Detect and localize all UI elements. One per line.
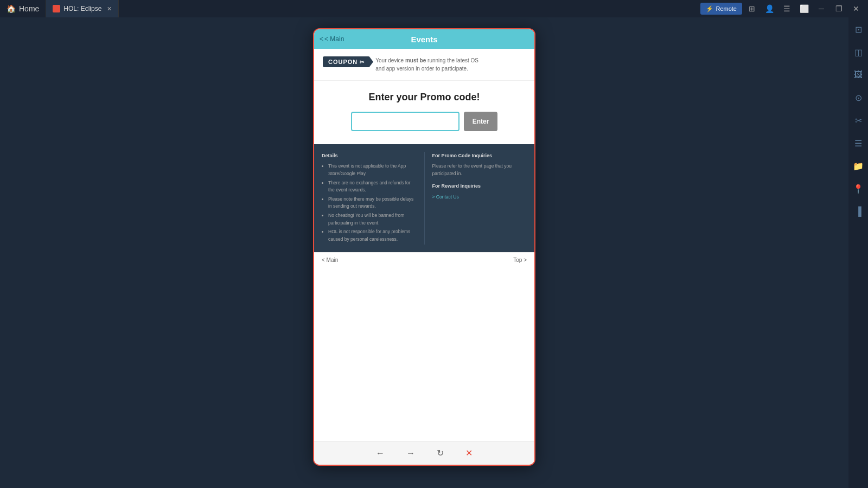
promo-title: Enter your Promo code! <box>323 92 526 103</box>
sidebar-location-icon[interactable]: 📍 <box>852 182 865 195</box>
reward-inquiries-section: For Reward Inquiries > Contact Us <box>432 182 527 201</box>
details-item-5: HOL is not responsible for any problems … <box>328 228 417 243</box>
details-left-col: Details This event is not applicable to … <box>314 152 425 245</box>
coupon-info-line1: Your device must be running the latest O… <box>375 57 478 63</box>
taskbar-right: ⚡ Remote ⊞ 👤 ☰ ⬜ ─ ❐ ✕ <box>700 3 868 15</box>
details-right-col: For Promo Code Inquiries Please refer to… <box>425 152 535 245</box>
remote-icon: ⚡ <box>706 5 713 12</box>
sidebar-screen2-icon[interactable]: ◫ <box>852 46 865 59</box>
promo-enter-button[interactable]: Enter <box>464 112 498 131</box>
details-item-2: There are no exchanges and refunds for t… <box>328 179 417 194</box>
coupon-info: Your device must be running the latest O… <box>375 56 478 73</box>
taskbar-user-icon[interactable]: 👤 <box>762 3 777 15</box>
tab-close-icon[interactable]: ✕ <box>107 5 112 12</box>
coupon-section: COUPON ✂ Your device must be running the… <box>314 49 534 81</box>
nav-top-link[interactable]: Top > <box>513 257 527 263</box>
taskbar-grid-icon[interactable]: ⊞ <box>744 3 760 15</box>
promo-inquiries-title: For Promo Code Inquiries <box>432 152 527 159</box>
promo-inquiries-text: Please refer to the event page that you … <box>432 163 527 177</box>
events-back-link[interactable]: < < Main <box>320 35 344 43</box>
right-sidebar: ⊡ ◫ 🖼 ⊙ ✂ ☰ 📁 📍 ▐ <box>848 17 868 488</box>
events-title: Events <box>411 35 437 44</box>
promo-code-input[interactable] <box>351 112 459 131</box>
details-item-3: Please note there may be possible delays… <box>328 196 417 210</box>
promo-input-row: Enter <box>323 112 526 131</box>
taskbar-resize-icon[interactable]: ❐ <box>831 3 846 15</box>
sidebar-record-icon[interactable]: ⊙ <box>852 91 865 104</box>
sidebar-file-icon[interactable]: 📁 <box>852 159 865 172</box>
browser-refresh-button[interactable]: ↻ <box>437 448 444 458</box>
promo-section: Enter your Promo code! Enter <box>314 81 534 144</box>
tab-label: HOL: Eclipse <box>63 5 101 12</box>
sidebar-sidebar-icon[interactable]: ▐ <box>852 205 865 218</box>
remote-label: Remote <box>716 5 737 12</box>
tab-icon <box>53 5 60 12</box>
nav-links: < Main Top > <box>314 252 534 267</box>
device-frame: < < Main Events COUPON ✂ Your device mus… <box>313 28 535 466</box>
white-content-area <box>314 267 534 441</box>
browser-back-button[interactable]: ← <box>376 448 385 458</box>
sidebar-image-icon[interactable]: 🖼 <box>852 68 865 81</box>
sidebar-expand-icon[interactable]: ⊡ <box>852 23 865 36</box>
sidebar-list-icon[interactable]: ☰ <box>852 137 865 150</box>
back-chevron-icon: < <box>320 35 323 43</box>
events-header: < < Main Events <box>314 29 534 49</box>
coupon-info-line2: and app version in order to participate. <box>375 66 468 72</box>
home-icon: 🏠 <box>7 4 16 13</box>
taskbar: 🏠 Home HOL: Eclipse ✕ ⚡ Remote ⊞ 👤 ☰ ⬜ ─… <box>0 0 868 17</box>
back-label: < Main <box>324 35 344 43</box>
browser-forward-icon: → <box>406 448 415 458</box>
remote-button[interactable]: ⚡ Remote <box>700 3 742 15</box>
contact-us-link[interactable]: > Contact Us <box>432 194 459 200</box>
sidebar-scissors-icon[interactable]: ✂ <box>852 114 865 127</box>
browser-close-button[interactable]: ✕ <box>465 448 473 458</box>
home-tab[interactable]: 🏠 Home <box>0 0 46 17</box>
details-item-4: No cheating! You will be banned from par… <box>328 212 417 227</box>
nav-back-link[interactable]: < Main <box>322 257 338 263</box>
reward-inquiries-title: For Reward Inquiries <box>432 182 527 190</box>
details-list: This event is not applicable to the App … <box>322 163 417 243</box>
taskbar-screen-icon[interactable]: ⬜ <box>796 3 812 15</box>
taskbar-menu-icon[interactable]: ☰ <box>779 3 794 15</box>
coupon-badge: COUPON ✂ <box>323 56 370 67</box>
browser-forward-button[interactable]: → <box>406 448 415 458</box>
taskbar-close-icon[interactable]: ✕ <box>848 3 864 15</box>
browser-close-icon: ✕ <box>465 448 473 458</box>
details-title: Details <box>322 152 417 159</box>
details-item-1: This event is not applicable to the App … <box>328 163 417 177</box>
coupon-scissors-icon: ✂ <box>360 59 365 65</box>
taskbar-minimize-icon[interactable]: ─ <box>814 3 829 15</box>
coupon-label: COUPON <box>328 59 358 65</box>
browser-refresh-icon: ↻ <box>437 448 444 458</box>
browser-back-icon: ← <box>376 448 385 458</box>
browser-bar: ← → ↻ ✕ <box>314 441 534 465</box>
details-section: Details This event is not applicable to … <box>314 144 534 252</box>
main-area: < < Main Events COUPON ✂ Your device mus… <box>0 17 848 488</box>
hol-tab[interactable]: HOL: Eclipse ✕ <box>46 0 119 17</box>
home-label: Home <box>19 4 39 13</box>
